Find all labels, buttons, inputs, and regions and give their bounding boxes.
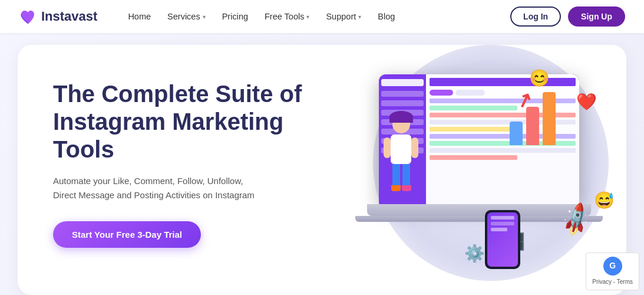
nav-support[interactable]: Support ▾ [319, 7, 368, 26]
free-tools-chevron: ▾ [306, 14, 309, 20]
services-chevron: ▾ [203, 14, 206, 20]
chart-bar-2 [526, 107, 539, 145]
nav-services[interactable]: Services ▾ [160, 7, 213, 26]
gear-icon: ⚙️ [464, 244, 485, 263]
laptop-illustration: ↗ [344, 57, 626, 281]
hero-subtitle: Automate your Like, Comment, Follow, Unf… [53, 174, 265, 202]
char-leg-right [402, 164, 410, 188]
nav-blog[interactable]: Blog [371, 7, 402, 26]
phone-screen [487, 212, 518, 267]
screen-content [426, 74, 579, 204]
nav-free-tools[interactable]: Free Tools ▾ [257, 7, 316, 26]
screen-tab-1 [430, 90, 453, 96]
brand-name: Instavast [41, 9, 97, 24]
nav-home[interactable]: Home [121, 7, 158, 26]
char-shoes [391, 185, 411, 191]
chart-bar-3 [543, 92, 556, 145]
chart-bar-1 [510, 122, 523, 145]
screen-tab-2 [455, 90, 485, 96]
char-leg-left [392, 164, 400, 188]
hero-title: The Complete Suite of Instagram Marketin… [53, 80, 318, 164]
screen-row-5 [430, 127, 517, 132]
cta-button[interactable]: Start Your Free 3-Day Trial [53, 221, 201, 248]
screen-row-2 [430, 106, 517, 110]
recaptcha-text: Privacy - Terms [592, 278, 633, 286]
emoji-sweat: 😅 [594, 191, 615, 210]
nav-pricing[interactable]: Pricing [215, 7, 255, 26]
char-shoe-right [402, 185, 411, 191]
char-shoe-left [391, 185, 401, 191]
signup-button[interactable]: Sign Up [568, 6, 625, 27]
emoji-smile: 😊 [529, 68, 550, 88]
character-figure [391, 116, 411, 191]
nav-actions: Log In Sign Up [510, 6, 625, 27]
phone-illustration [485, 210, 520, 269]
phone-bar-3 [491, 228, 507, 231]
login-button[interactable]: Log In [510, 6, 561, 27]
hero-content: The Complete Suite of Instagram Marketin… [35, 80, 318, 248]
screen-header-bar [430, 78, 576, 86]
screen-logo [381, 79, 424, 86]
char-arm-right [411, 137, 418, 158]
phone-bar-2 [491, 222, 514, 225]
char-legs [391, 164, 411, 188]
support-chevron: ▾ [358, 14, 361, 20]
screen-row-8 [430, 148, 576, 153]
screen-row-9 [430, 155, 517, 160]
char-body [391, 135, 411, 164]
logo[interactable]: Instavast [19, 7, 97, 26]
char-hair [389, 111, 413, 123]
recaptcha-icon: G [603, 257, 622, 276]
char-arm-left [384, 137, 391, 158]
emoji-heart: ❤️ [576, 92, 597, 112]
phone-bar-1 [491, 216, 514, 219]
hero-section: The Complete Suite of Instagram Marketin… [0, 33, 644, 295]
char-head [392, 116, 410, 133]
recaptcha-badge: G Privacy - Terms [586, 253, 639, 290]
nav-links: Home Services ▾ Pricing Free Tools ▾ Sup… [121, 7, 510, 26]
navbar: Instavast Home Services ▾ Pricing Free T… [0, 0, 644, 33]
